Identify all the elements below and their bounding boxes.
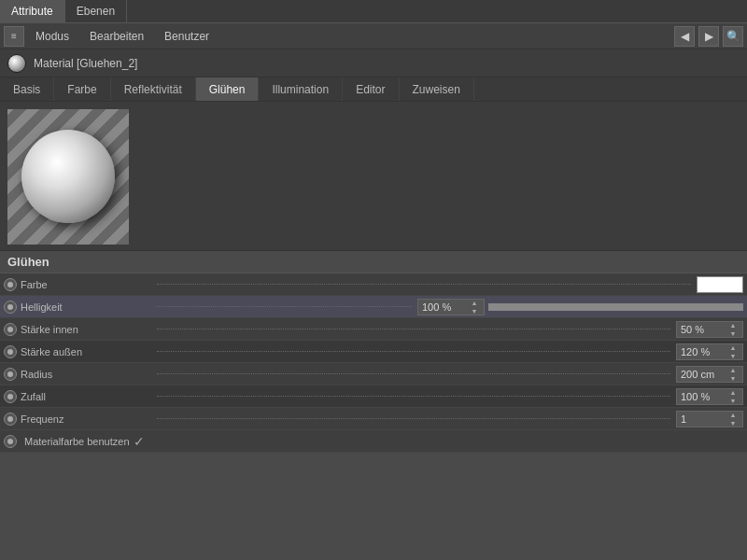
prop-dot-staerke-innen[interactable] [4, 323, 17, 336]
preview-sphere [21, 130, 115, 223]
search-button[interactable]: 🔍 [723, 26, 743, 47]
prop-dot-zufall[interactable] [4, 390, 17, 403]
grid-icon[interactable]: ≡ [4, 26, 24, 47]
top-tab-bar: Attribute Ebenen [0, 0, 747, 23]
prop-input-staerke-aussen[interactable]: 120 % ▲ ▼ [676, 343, 743, 360]
prop-input-radius[interactable]: 200 cm ▲ ▼ [676, 366, 743, 383]
prop-label-farbe: Farbe [21, 279, 151, 290]
spinner-down-zufall[interactable]: ▼ [727, 397, 739, 405]
prop-input-frequenz[interactable]: 1 ▲ ▼ [676, 411, 743, 427]
material-preview-area [0, 102, 747, 251]
spinner-staerke-innen[interactable]: ▲ ▼ [727, 321, 739, 338]
properties-panel: Farbe Helligkeit 100 % ▲ ▼ Stärke innen … [0, 273, 747, 430]
spinner-staerke-aussen[interactable]: ▲ ▼ [727, 343, 739, 360]
tab-illumination[interactable]: Illumination [259, 77, 343, 101]
spinner-down-staerke-innen[interactable]: ▼ [727, 329, 739, 338]
material-name: Material [Gluehen_2] [34, 57, 137, 70]
nav-right-button[interactable]: ▶ [698, 26, 719, 47]
spinner-up-staerke-aussen[interactable]: ▲ [727, 343, 739, 352]
prop-input-zufall[interactable]: 100 % ▲ ▼ [676, 388, 743, 405]
spinner-up-helligkeit[interactable]: ▲ [469, 299, 480, 307]
prop-dot-farbe[interactable] [4, 278, 17, 291]
tab-farbe[interactable]: Farbe [54, 77, 110, 101]
prop-dot-materialfarbe[interactable] [4, 435, 17, 448]
prop-row-frequenz: Frequenz 1 ▲ ▼ [0, 408, 747, 430]
material-ball-preview [7, 54, 26, 73]
checkbox-check-materialfarbe[interactable]: ✓ [134, 434, 145, 449]
tab-basis[interactable]: Basis [0, 77, 54, 101]
prop-row-staerke-aussen: Stärke außen 120 % ▲ ▼ [0, 341, 747, 363]
tab-gluehen[interactable]: Glühen [196, 77, 260, 101]
prop-row-farbe: Farbe [0, 273, 747, 296]
material-header: Material [Gluehen_2] [0, 49, 747, 77]
menu-bearbeiten[interactable]: Bearbeiten [80, 28, 153, 45]
menu-left: ≡ Modus Bearbeiten Benutzer [4, 26, 218, 47]
tab-reflektivitaet[interactable]: Reflektivität [111, 77, 196, 101]
spinner-zufall[interactable]: ▲ ▼ [727, 388, 739, 405]
prop-label-zufall: Zufall [21, 391, 151, 402]
tab-strip: Basis Farbe Reflektivität Glühen Illumin… [0, 77, 747, 102]
prop-label-helligkeit: Helligkeit [21, 301, 151, 313]
prop-dot-helligkeit[interactable] [4, 301, 17, 314]
prop-row-zufall: Zufall 100 % ▲ ▼ [0, 385, 747, 408]
spinner-up-radius[interactable]: ▲ [727, 366, 739, 374]
spinner-frequenz[interactable]: ▲ ▼ [727, 411, 739, 427]
menu-modus[interactable]: Modus [26, 28, 78, 45]
spinner-down-helligkeit[interactable]: ▼ [469, 307, 480, 315]
prop-label-staerke-innen: Stärke innen [21, 324, 151, 335]
nav-left-button[interactable]: ◀ [674, 26, 695, 47]
prop-row-helligkeit: Helligkeit 100 % ▲ ▼ [0, 296, 747, 318]
spinner-up-staerke-innen[interactable]: ▲ [727, 321, 739, 329]
tab-ebenen-label: Ebenen [77, 5, 115, 18]
section-title: Glühen [0, 251, 747, 273]
spinner-down-frequenz[interactable]: ▼ [727, 419, 739, 427]
prop-input-staerke-innen[interactable]: 50 % ▲ ▼ [676, 321, 743, 338]
tab-attribute[interactable]: Attribute [0, 0, 65, 22]
spinner-helligkeit[interactable]: ▲ ▼ [469, 299, 480, 315]
prop-dot-frequenz[interactable] [4, 413, 17, 426]
tab-attribute-label: Attribute [11, 5, 53, 18]
spinner-up-frequenz[interactable]: ▲ [727, 411, 739, 419]
prop-row-radius: Radius 200 cm ▲ ▼ [0, 363, 747, 385]
checkbox-label-materialfarbe: Materialfarbe benutzen [24, 436, 130, 447]
prop-label-staerke-aussen: Stärke außen [21, 346, 151, 357]
menu-benutzer[interactable]: Benutzer [155, 28, 218, 45]
prop-label-radius: Radius [21, 369, 151, 380]
prop-row-staerke-innen: Stärke innen 50 % ▲ ▼ [0, 318, 747, 341]
prop-dot-staerke-aussen[interactable] [4, 345, 17, 358]
menu-bar: ≡ Modus Bearbeiten Benutzer ◀ ▶ 🔍 [0, 23, 747, 49]
spinner-up-zufall[interactable]: ▲ [727, 388, 739, 397]
spinner-radius[interactable]: ▲ ▼ [727, 366, 739, 383]
spinner-down-radius[interactable]: ▼ [727, 374, 739, 383]
checkbox-row-materialfarbe: Materialfarbe benutzen ✓ [0, 430, 747, 453]
tab-ebenen[interactable]: Ebenen [65, 0, 127, 22]
spinner-down-staerke-aussen[interactable]: ▼ [727, 352, 739, 360]
tab-zuweisen[interactable]: Zuweisen [400, 77, 474, 101]
color-swatch-farbe[interactable] [697, 276, 743, 293]
preview-canvas [7, 109, 129, 245]
tab-editor[interactable]: Editor [343, 77, 399, 101]
progress-helligkeit [488, 303, 743, 311]
prop-dot-radius[interactable] [4, 368, 17, 381]
prop-label-frequenz: Frequenz [21, 413, 151, 425]
prop-input-helligkeit[interactable]: 100 % ▲ ▼ [417, 299, 485, 315]
menu-right: ◀ ▶ 🔍 [674, 26, 743, 47]
